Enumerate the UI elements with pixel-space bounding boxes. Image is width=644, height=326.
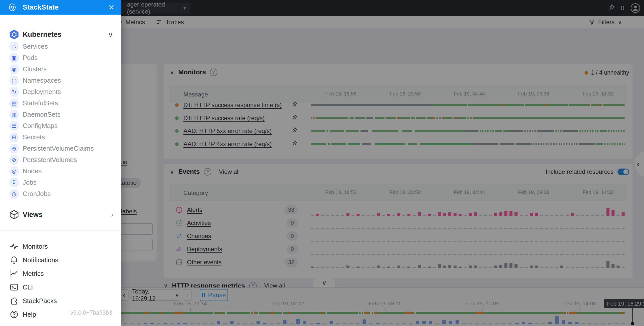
sidebar-item-metrics[interactable]: Metrics xyxy=(0,267,121,280)
drawer-header: StackState ✕ xyxy=(0,0,121,15)
sidebar-item-label: Clusters xyxy=(23,65,47,73)
sidebar-item-label: StackPacks xyxy=(23,297,57,305)
nodes-icon: ◎ xyxy=(9,166,20,176)
sidebar-item-cli[interactable]: CLI xyxy=(0,280,121,294)
sidebar-item-label: Namespaces xyxy=(23,77,61,84)
brand-name: StackState xyxy=(23,4,59,11)
sidebar-item-kubernetes[interactable]: Kubernetes ∨ xyxy=(0,28,121,41)
sidebar-item-persistentvolumeclaims[interactable]: ⊖PersistentVolumeClaims xyxy=(0,143,121,154)
sidebar-item-cronjobs[interactable]: ◷CronJobs xyxy=(0,188,121,200)
sidebar-item-secrets[interactable]: ⊟Secrets xyxy=(0,132,121,143)
sidebar-item-deployments[interactable]: ↻Deployments xyxy=(0,86,121,97)
persistentvolumeclaims-icon: ⊖ xyxy=(9,144,20,154)
sidebar-item-label: Secrets xyxy=(23,133,45,141)
notifications-icon xyxy=(9,255,19,265)
sidebar-item-label: StatefulSets xyxy=(23,99,58,107)
configmaps-icon: ☰ xyxy=(9,121,20,131)
chevron-down-icon: ∨ xyxy=(108,30,113,39)
cronjobs-icon: ◷ xyxy=(9,189,20,199)
sidebar-item-namespaces[interactable]: ▢Namespaces xyxy=(0,75,121,86)
deployments-icon: ↻ xyxy=(9,87,20,97)
statefulsets-icon: ▤ xyxy=(9,98,20,108)
jobs-icon: ⠿ xyxy=(9,178,20,188)
sidebar-item-label: PersistentVolumes xyxy=(23,156,77,164)
persistentvolumes-icon: ⊘ xyxy=(9,155,20,165)
services-icon: ∴ xyxy=(9,42,20,52)
sidebar-item-configmaps[interactable]: ☰ConfigMaps xyxy=(0,120,121,132)
kubernetes-icon xyxy=(9,29,20,40)
sidebar-item-label: PersistentVolumeClaims xyxy=(23,145,94,152)
sidebar-item-stackpacks[interactable]: StackPacks xyxy=(0,294,121,308)
sidebar-item-label: Nodes xyxy=(23,167,42,175)
sidebar-item-label: Deployments xyxy=(23,88,61,96)
sidebar-item-label: Help xyxy=(23,311,36,318)
app-version: v6.0.0+7ba93b3 xyxy=(70,309,112,316)
metrics-icon xyxy=(9,269,19,279)
sidebar-divider xyxy=(0,231,121,231)
sidebar-item-label: CLI xyxy=(23,283,33,291)
stackpacks-icon xyxy=(9,296,19,306)
sidebar-item-services[interactable]: ∴Services xyxy=(0,41,121,52)
sidebar-item-label: ConfigMaps xyxy=(23,122,58,130)
sidebar-item-clusters[interactable]: ◉Clusters xyxy=(0,63,121,75)
screen: ager-operated (service) ▾ 0 MetricsTrace… xyxy=(0,0,644,326)
navigation-drawer: StackState ✕ Kubernetes ∨ ∴Services▣Pods… xyxy=(0,0,121,326)
stackstate-logo-icon xyxy=(8,3,17,12)
sidebar-item-label: Pods xyxy=(23,54,38,62)
sidebar-item-jobs[interactable]: ⠿Jobs xyxy=(0,177,121,188)
clusters-icon: ◉ xyxy=(9,64,20,74)
secrets-icon: ⊟ xyxy=(9,132,20,142)
cli-icon xyxy=(9,282,19,292)
monitors-icon xyxy=(9,241,19,251)
sidebar-item-daemonsets[interactable]: ▥DaemonSets xyxy=(0,109,121,120)
sidebar-item-views[interactable]: Views › xyxy=(0,208,121,221)
chevron-right-icon: › xyxy=(111,211,113,219)
drawer-close-icon[interactable]: ✕ xyxy=(108,0,115,15)
sidebar-item-label: Services xyxy=(23,43,48,50)
daemonsets-icon: ▥ xyxy=(9,110,20,120)
sidebar-item-monitors[interactable]: Monitors xyxy=(0,240,121,253)
sidebar-item-label: Monitors xyxy=(23,243,48,250)
pods-icon: ▣ xyxy=(9,53,20,63)
sidebar-item-persistentvolumes[interactable]: ⊘PersistentVolumes xyxy=(0,154,121,166)
sidebar-item-notifications[interactable]: Notifications xyxy=(0,253,121,267)
sidebar-item-label: Jobs xyxy=(23,179,37,186)
sidebar-item-label: Notifications xyxy=(23,256,58,264)
sidebar-item-label: Metrics xyxy=(23,270,44,278)
sidebar-item-pods[interactable]: ▣Pods xyxy=(0,52,121,63)
sidebar-item-label: DaemonSets xyxy=(23,111,60,118)
views-cube-icon xyxy=(9,209,20,220)
sidebar-item-nodes[interactable]: ◎Nodes xyxy=(0,166,121,177)
namespaces-icon: ▢ xyxy=(9,76,20,86)
help-icon xyxy=(9,309,19,319)
sidebar-item-label: CronJobs xyxy=(23,190,51,198)
sidebar-item-statefulsets[interactable]: ▤StatefulSets xyxy=(0,97,121,109)
